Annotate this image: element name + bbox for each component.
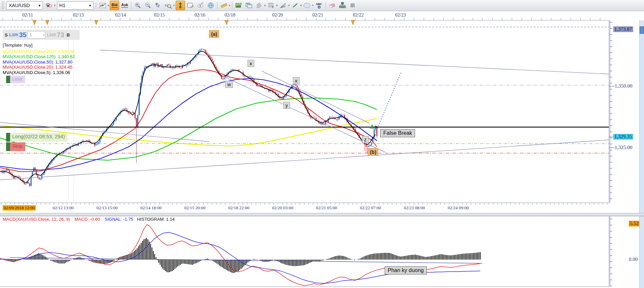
unlink-icon (46, 2, 52, 8)
mva-legend-row: MVA(XAU/USD.Close,200): 1,336.86 (3, 49, 75, 54)
quantity-stepper[interactable]: 1 ▾ (27, 31, 45, 39)
chevron-down-icon[interactable]: ▾ (54, 4, 56, 7)
eraser-button[interactable] (328, 1, 337, 10)
wave-label-x1[interactable]: x (248, 60, 254, 67)
object-tree-icon (339, 2, 346, 9)
date-tick-label: 02/18 (225, 13, 235, 18)
pitchfork-button[interactable] (254, 1, 264, 10)
fib-fan-icon (280, 2, 286, 8)
time-tick-label: 02/22 07:00 (360, 205, 381, 211)
sell-price-small[interactable]: 1,329 (9, 33, 18, 37)
stop-order-label[interactable]: Stop (6, 142, 25, 151)
globe-button[interactable] (206, 1, 215, 10)
chevron-down-icon[interactable]: ▼ (38, 4, 41, 7)
date-tick-label: 02/23 (395, 13, 406, 18)
image-export-button[interactable] (234, 1, 243, 10)
bid-toggle-button[interactable]: Bid (110, 1, 119, 10)
ask-toggle-button[interactable]: Ask (120, 1, 129, 10)
toolbar-separator (96, 2, 96, 9)
wave-label-z[interactable]: z (362, 136, 369, 143)
chevron-down-icon[interactable]: ▾ (276, 4, 278, 7)
pointer-zoom-button[interactable] (153, 1, 163, 10)
windows-button[interactable] (244, 1, 254, 10)
unlink-button[interactable] (44, 1, 54, 10)
chevron-down-icon[interactable]: ▾ (173, 4, 175, 7)
chevron-down-icon[interactable]: ▾ (312, 4, 314, 7)
wave-label-b[interactable]: (b) (368, 148, 378, 156)
buy-price-big[interactable]: 73 (57, 31, 64, 39)
order-marker-icon (6, 142, 10, 151)
zoom-in-button[interactable] (133, 1, 143, 10)
bid-toggle-label: Bid (111, 3, 118, 8)
zoom-in-icon (134, 2, 141, 9)
macd-name: MACD(XAU/USD.Close, 12, 26, 9) (3, 217, 70, 222)
chart-type-button[interactable] (98, 1, 107, 10)
bottom-time-axis: 02/09/2018 12:0002/12 13:0002/13 15:0002… (0, 204, 613, 212)
order-marker-icon (6, 133, 10, 142)
template-label: [Template: huy] (3, 43, 32, 48)
object-tree-button[interactable] (338, 1, 347, 10)
annotation-panel-button[interactable] (186, 1, 195, 10)
chevron-down-icon[interactable]: ▾ (108, 4, 109, 7)
pane-divider[interactable] (0, 213, 644, 216)
chevron-down-icon[interactable]: ▾ (43, 33, 44, 37)
sell-button[interactable]: S (5, 32, 8, 38)
long-position-label[interactable]: Long(02/22 08:53, 294) (6, 133, 68, 142)
ruler-button[interactable] (219, 1, 229, 10)
more-options-button[interactable] (348, 1, 357, 10)
eraser-icon (329, 2, 336, 8)
time-tick-label: 02/23 08:00 (404, 205, 425, 211)
time-tick-label: 02/20 03:00 (272, 205, 293, 211)
underline-decoration (121, 7, 128, 8)
date-tick-label: 02/21 (312, 13, 323, 18)
wave-label-y[interactable]: y (283, 102, 290, 109)
time-tick-label: 02/21 05:00 (316, 205, 337, 211)
mva-legend-row: MVA(XAU/USD.Close,120): 1,340.62 (3, 54, 75, 59)
date-tick-label: 02/14 (115, 13, 126, 18)
pointer-zoom-icon (155, 2, 161, 9)
symbol-select[interactable]: XAU/USD▼ (6, 1, 43, 9)
order-marker-icon (6, 76, 10, 83)
divergence-label[interactable]: Phan ky duong (385, 266, 427, 274)
chart-canvas[interactable] (0, 0, 644, 288)
text-tool-icon: ABC (315, 2, 323, 9)
ellipse-tool-button[interactable] (302, 1, 312, 10)
chevron-down-icon[interactable]: ▾ (229, 4, 231, 7)
fib-fan-button[interactable] (278, 1, 288, 10)
toolbar-grip[interactable] (2, 1, 4, 9)
underline-decoration (111, 7, 118, 8)
visibility-button[interactable] (196, 1, 205, 10)
macd-value: MACD: -0.60 (75, 217, 100, 222)
fib-retracement-icon: F (267, 2, 275, 8)
limit-order-label[interactable]: Limit (6, 76, 25, 83)
chevron-down-icon[interactable]: ▼ (88, 4, 92, 7)
interval-select[interactable]: H1▼ (57, 1, 94, 9)
fit-vertical-button[interactable] (176, 1, 185, 10)
macd-legend: MACD(XAU/USD.Close, 12, 26, 9) MACD: -0.… (3, 217, 175, 222)
scrollbar-thumb[interactable] (640, 26, 644, 34)
text-tool-button[interactable]: ABC (314, 1, 324, 10)
buy-price-small[interactable]: 1,329 (46, 33, 56, 37)
fib-retracement-button[interactable]: F (266, 1, 276, 10)
ellipse-tool-icon (303, 2, 311, 8)
pitchfork-icon (256, 2, 262, 8)
interval-select-value: H1 (59, 3, 66, 8)
buy-button[interactable]: B (67, 32, 70, 38)
zoom-out-button[interactable] (143, 1, 153, 10)
toolbar: XAU/USD▼▾H1▼▾BidAskIQ▾▾▾F▾▾▾▾ABC (0, 0, 644, 11)
sell-price-big[interactable]: 35 (19, 31, 26, 39)
chevron-down-icon[interactable]: ▾ (300, 4, 302, 7)
area-zoom-button[interactable]: IQ (163, 1, 173, 10)
wave-label-a[interactable]: (a) (209, 30, 219, 38)
right-scrollbar[interactable] (639, 20, 644, 288)
chart-type-icon (99, 3, 106, 8)
trendline-button[interactable] (290, 1, 300, 10)
wave-label-x2[interactable]: x (293, 77, 300, 84)
date-tick-label: 02/13 (73, 13, 84, 18)
false-break-label[interactable]: False Break (380, 129, 415, 137)
wave-label-w[interactable]: w (225, 81, 233, 88)
toolbar-separator (217, 2, 217, 9)
mva-legend-row: MVA(XAU/USD.Close,20): 1,324.45 (3, 65, 72, 70)
chevron-down-icon[interactable]: ▾ (264, 4, 266, 7)
chevron-down-icon[interactable]: ▾ (288, 4, 290, 7)
